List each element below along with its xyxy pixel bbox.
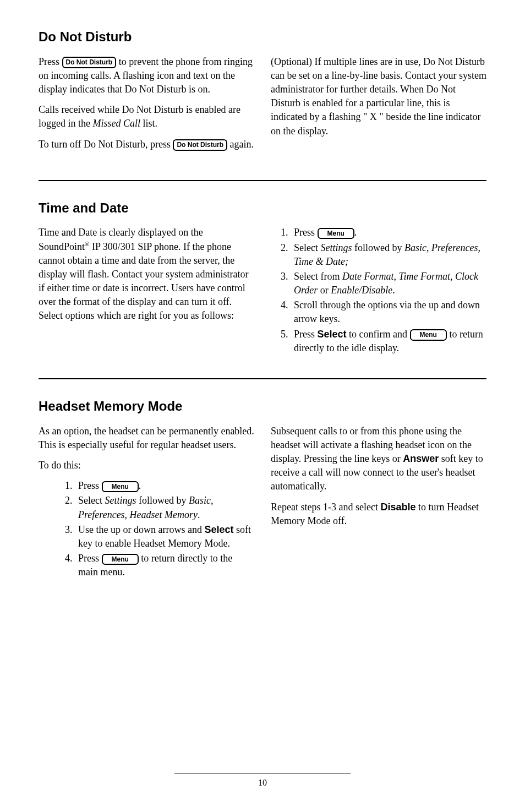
list-item: Use the up or down arrows and Select sof… <box>75 523 254 551</box>
section-headset-memory-mode: Headset Memory Mode As an option, the he… <box>39 397 486 580</box>
paragraph: Press Do Not Disturb to prevent the phon… <box>39 55 254 97</box>
text: Press <box>78 553 102 564</box>
section-do-not-disturb: Do Not Disturb Press Do Not Disturb to p… <box>39 28 486 158</box>
paragraph: To do this: <box>39 459 254 472</box>
list-item: Select Settings followed by Basic, Prefe… <box>75 494 254 521</box>
italic-text: Enable/Disable <box>331 285 392 296</box>
section-divider <box>39 180 486 181</box>
left-column: As an option, the headset can be permane… <box>39 424 254 581</box>
right-column: Press Menu. Select Settings followed by … <box>271 226 486 356</box>
list-item: Press Menu to return directly to the mai… <box>75 552 254 579</box>
italic-text: Missed Call <box>92 118 140 129</box>
text: Press <box>294 329 318 340</box>
paragraph: To turn off Do Not Disturb, press Do Not… <box>39 138 254 151</box>
paragraph: As an option, the headset can be permane… <box>39 424 254 452</box>
text: Press <box>78 480 102 491</box>
menu-button-icon: Menu <box>318 228 354 239</box>
text: . <box>392 285 395 296</box>
section-time-and-date: Time and Date Time and Date is clearly d… <box>39 199 486 356</box>
text: followed by <box>352 242 404 253</box>
text: IP 300/301 SIP phone. If the phone canno… <box>39 241 248 321</box>
paragraph: Subsequent calls to or from this phone u… <box>271 424 486 494</box>
text: . <box>198 509 200 520</box>
bold-text: Select <box>204 524 233 535</box>
text: . <box>139 480 141 491</box>
heading-headset-memory-mode: Headset Memory Mode <box>39 397 486 416</box>
bold-text: Select <box>318 329 347 340</box>
heading-time-and-date: Time and Date <box>39 199 486 217</box>
paragraph: Calls received while Do Not Disturb is e… <box>39 103 254 130</box>
text: to confirm and <box>347 329 410 340</box>
do-not-disturb-button-icon: Do Not Disturb <box>62 57 117 68</box>
do-not-disturb-button-icon: Do Not Disturb <box>173 139 227 150</box>
list-item: Press Select to confirm and Menu to retu… <box>291 328 486 355</box>
footer-divider <box>174 773 351 773</box>
text: Select <box>294 242 320 253</box>
right-column: Subsequent calls to or from this phone u… <box>271 424 486 581</box>
italic-text: Settings <box>320 242 352 253</box>
two-column-layout: As an option, the headset can be permane… <box>39 424 486 581</box>
paragraph: Time and Date is clearly displayed on th… <box>39 226 254 323</box>
bold-text: Disable <box>380 502 415 513</box>
italic-text: Settings <box>105 495 136 506</box>
text: Select from <box>294 271 342 282</box>
text: followed by <box>136 495 188 506</box>
text: list. <box>140 118 157 129</box>
list-item: Press Menu. <box>291 226 486 239</box>
two-column-layout: Time and Date is clearly displayed on th… <box>39 226 486 356</box>
text: . <box>354 227 357 238</box>
text: Press <box>294 227 318 238</box>
text: To turn off Do Not Disturb, press <box>39 139 173 150</box>
text: Repeat steps 1-3 and select <box>271 502 380 513</box>
list-item: Select Settings followed by Basic, Prefe… <box>291 241 486 269</box>
heading-do-not-disturb: Do Not Disturb <box>39 28 486 46</box>
right-column: (Optional) If multiple lines are in use,… <box>271 55 486 158</box>
two-column-layout: Press Do Not Disturb to prevent the phon… <box>39 55 486 158</box>
text: again. <box>227 139 254 150</box>
paragraph: (Optional) If multiple lines are in use,… <box>271 55 486 138</box>
text: Press <box>39 56 62 67</box>
list-item: Scroll through the options via the up an… <box>291 298 486 326</box>
numbered-list: Press Menu. Select Settings followed by … <box>39 479 254 579</box>
numbered-list: Press Menu. Select Settings followed by … <box>271 226 486 355</box>
menu-button-icon: Menu <box>102 554 139 565</box>
text: Use the up or down arrows and <box>78 524 204 535</box>
left-column: Press Do Not Disturb to prevent the phon… <box>39 55 254 158</box>
section-divider <box>39 378 486 379</box>
list-item: Press Menu. <box>75 479 254 493</box>
paragraph: Repeat steps 1-3 and select Disable to t… <box>271 500 486 528</box>
bold-text: Answer <box>403 453 439 464</box>
text: or <box>318 285 331 296</box>
text: Select <box>78 495 105 506</box>
menu-button-icon: Menu <box>102 481 139 492</box>
left-column: Time and Date is clearly displayed on th… <box>39 226 254 356</box>
list-item: Select from Date Format, Time Format, Cl… <box>291 270 486 297</box>
page-number: 10 <box>258 777 267 789</box>
menu-button-icon: Menu <box>410 329 447 340</box>
